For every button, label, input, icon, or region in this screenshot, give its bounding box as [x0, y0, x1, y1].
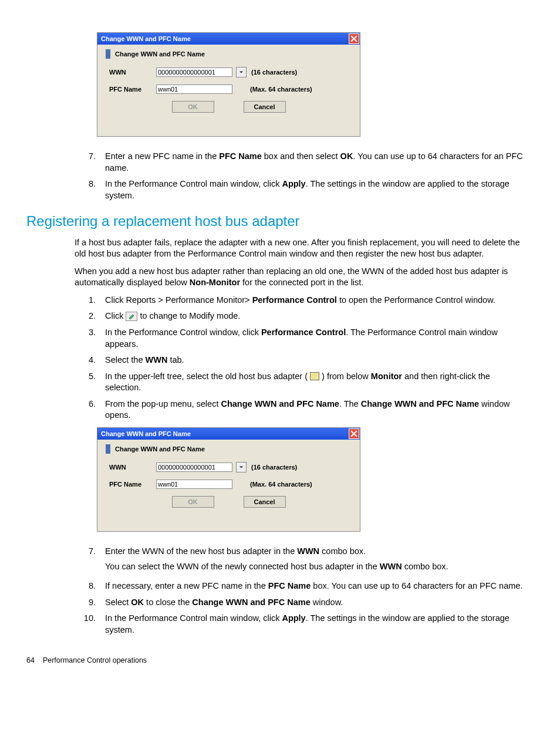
step-text: If necessary, enter a new PFC name in th…	[105, 580, 534, 592]
step-number: 6.	[75, 399, 105, 421]
step-number: 7.	[75, 546, 105, 576]
cancel-button[interactable]: Cancel	[244, 101, 286, 113]
list-item: 1. Click Reports > Performance Monitor> …	[26, 295, 534, 306]
step-number: 8.	[75, 580, 105, 592]
page-footer: 64 Performance Control operations	[26, 656, 534, 666]
step-text: In the upper-left tree, select the old h…	[105, 371, 534, 394]
pfc-hint: (Max. 64 characters)	[250, 85, 312, 94]
dialog-header: Change WWN and PFC Name	[103, 444, 354, 454]
list-item: 3. In the Performance Control window, cl…	[26, 327, 534, 350]
paragraph: When you add a new host bus adapter rath…	[26, 266, 534, 289]
pfc-hint: (Max. 64 characters)	[250, 480, 312, 489]
step-text: From the pop-up menu, select Change WWN …	[105, 399, 534, 421]
wwn-input[interactable]	[156, 67, 232, 77]
step-text: Enter a new PFC name in the PFC Name box…	[105, 151, 534, 174]
step-text: Enter the WWN of the new host bus adapte…	[105, 546, 534, 576]
list-item: 8. If necessary, enter a new PFC name in…	[26, 580, 534, 592]
close-icon[interactable]	[349, 428, 359, 439]
dialog-header-text: Change WWN and PFC Name	[115, 445, 205, 454]
footer-section: Performance Control operations	[43, 656, 147, 666]
chevron-down-icon[interactable]	[236, 67, 247, 77]
step-text: In the Performance Control main window, …	[105, 178, 534, 201]
pfc-input[interactable]	[156, 480, 232, 489]
list-item: 10. In the Performance Control main wind…	[26, 613, 534, 636]
modify-icon	[126, 312, 137, 321]
section-heading: Registering a replacement host bus adapt…	[26, 212, 534, 231]
step-number: 7.	[75, 151, 105, 174]
dialog-titlebar: Change WWN and PFC Name	[97, 428, 360, 440]
step-text: In the Performance Control window, click…	[105, 327, 534, 350]
dialog-title: Change WWN and PFC Name	[101, 430, 191, 438]
hba-icon	[310, 372, 319, 380]
chevron-down-icon[interactable]	[236, 462, 247, 472]
list-item: 9. Select OK to close the Change WWN and…	[26, 597, 534, 609]
ok-button[interactable]: OK	[172, 496, 214, 508]
wwn-label: WWN	[109, 68, 156, 77]
step-number: 8.	[75, 178, 105, 201]
step-text: In the Performance Control main window, …	[105, 613, 534, 636]
list-item: 2. Click to change to Modify mode.	[26, 310, 534, 322]
cancel-button[interactable]: Cancel	[244, 496, 286, 508]
step-text: Click Reports > Performance Monitor> Per…	[105, 295, 534, 306]
dialog-header-text: Change WWN and PFC Name	[115, 50, 205, 59]
list-item: 4. Select the WWN tab.	[26, 355, 534, 366]
wwn-hint: (16 characters)	[251, 463, 297, 472]
list-item: 5. In the upper-left tree, select the ol…	[26, 371, 534, 394]
pfc-input[interactable]	[156, 85, 232, 94]
wwn-label: WWN	[109, 463, 156, 472]
wwn-input[interactable]	[156, 463, 232, 472]
step-number: 2.	[75, 310, 105, 322]
step-text: Select the WWN tab.	[105, 355, 534, 366]
dialog-titlebar: Change WWN and PFC Name	[97, 33, 360, 45]
step-number: 10.	[75, 613, 105, 636]
paragraph: If a host bus adapter fails, replace the…	[26, 237, 534, 260]
list-item: 7. Enter a new PFC name in the PFC Name …	[26, 151, 534, 174]
dialog-title: Change WWN and PFC Name	[101, 35, 191, 43]
list-item: 6. From the pop-up menu, select Change W…	[26, 399, 534, 421]
page-number: 64	[26, 656, 35, 666]
ok-button[interactable]: OK	[172, 101, 214, 113]
step-number: 5.	[75, 371, 105, 394]
pfc-label: PFC Name	[109, 480, 156, 489]
header-bar-icon	[106, 444, 110, 454]
dialog-header: Change WWN and PFC Name	[103, 49, 354, 59]
close-icon[interactable]	[349, 33, 359, 44]
change-wwn-dialog: Change WWN and PFC Name Change WWN and P…	[97, 32, 360, 137]
step-number: 3.	[75, 327, 105, 350]
step-number: 9.	[75, 597, 105, 609]
wwn-hint: (16 characters)	[251, 68, 297, 77]
step-number: 1.	[75, 295, 105, 306]
change-wwn-dialog: Change WWN and PFC Name Change WWN and P…	[97, 427, 360, 532]
step-text: Click to change to Modify mode.	[105, 310, 534, 322]
step-number: 4.	[75, 355, 105, 366]
list-item: 7. Enter the WWN of the new host bus ada…	[26, 546, 534, 576]
pfc-label: PFC Name	[109, 85, 156, 94]
header-bar-icon	[106, 49, 110, 59]
step-text: Select OK to close the Change WWN and PF…	[105, 597, 534, 609]
list-item: 8. In the Performance Control main windo…	[26, 178, 534, 201]
